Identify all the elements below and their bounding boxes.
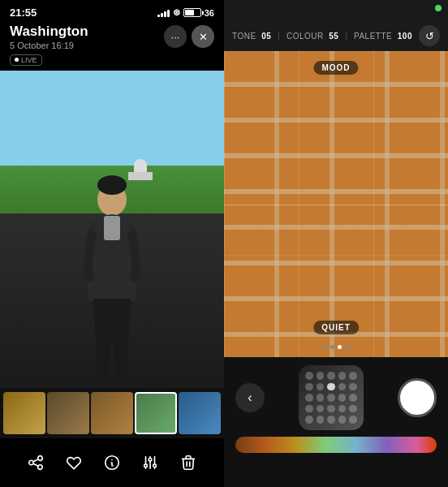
dot-12 (317, 394, 325, 402)
page-dot-3 (338, 345, 342, 349)
colour-tab[interactable]: COLOUR 55 (286, 32, 338, 41)
back-button[interactable]: ‹ (235, 383, 265, 412)
palette-value: 100 (398, 32, 412, 41)
dot-22 (317, 416, 325, 424)
svg-rect-1 (104, 216, 120, 240)
photo-date: 5 October 16:19 (10, 41, 88, 50)
shutter-button[interactable] (398, 378, 437, 417)
thumb-4[interactable] (135, 392, 177, 434)
status-icons: ⊛ 36 (157, 7, 214, 18)
trash-icon (179, 454, 197, 472)
live-dot (15, 58, 19, 62)
tone-value: 05 (261, 32, 271, 41)
bottom-main-row: ‹ (235, 365, 437, 430)
bottom-toolbar (0, 438, 224, 487)
info-icon (103, 454, 121, 472)
delete-button[interactable] (174, 448, 203, 477)
dot-4 (338, 372, 347, 380)
dot-21 (305, 416, 313, 424)
filter-tabs: TONE 05 | COLOUR 55 | PALETTE 100 (232, 32, 412, 41)
thumb-3[interactable] (91, 392, 133, 434)
palette-label: PALETTE (354, 32, 392, 41)
dot-8-bright (327, 383, 335, 391)
dot-9 (338, 383, 347, 391)
refresh-button[interactable]: ↺ (419, 25, 440, 46)
svg-point-2 (97, 175, 127, 195)
thumbnail-strip (0, 388, 224, 438)
tone-label: TONE (232, 32, 256, 41)
live-badge: LIVE (10, 54, 42, 66)
thumb-2[interactable] (47, 392, 89, 434)
favorite-button[interactable] (59, 448, 88, 477)
info-button[interactable] (97, 448, 127, 477)
left-panel: 21:55 ⊛ 36 Washington 5 October 16:19 LI… (0, 0, 224, 487)
dot-25 (349, 416, 357, 424)
person-figure (75, 169, 149, 388)
dot-palette[interactable] (299, 365, 364, 430)
wifi-icon: ⊛ (173, 7, 180, 18)
dot-10 (349, 383, 357, 391)
main-photo (0, 71, 224, 388)
thumb-5[interactable] (179, 392, 221, 434)
more-icon: ··· (171, 31, 180, 43)
colour-value: 55 (329, 32, 338, 41)
adjust-button[interactable] (136, 448, 165, 477)
heart-icon (65, 454, 83, 472)
color-strip[interactable] (235, 437, 437, 453)
page-dot-4 (345, 345, 349, 349)
right-status-bar: 21:55 (224, 0, 448, 22)
colour-label: COLOUR (286, 32, 324, 41)
dot-5 (349, 372, 357, 380)
signal-icon (157, 9, 170, 17)
back-icon: ‹ (248, 390, 252, 405)
brick-photo: MOOD QUIET (224, 51, 448, 357)
mood-label: MOOD (313, 61, 358, 75)
dot-15 (349, 394, 357, 402)
left-status-bar: 21:55 ⊛ 36 (0, 0, 224, 22)
dot-20 (349, 405, 357, 413)
close-button[interactable]: ✕ (192, 25, 214, 48)
dot-23 (327, 416, 335, 424)
more-button[interactable]: ··· (164, 25, 187, 48)
right-top-controls: TONE 05 | COLOUR 55 | PALETTE 100 ↺ (224, 22, 448, 51)
dot-19 (338, 405, 347, 413)
quiet-label: QUIET (313, 321, 359, 334)
share-icon (27, 454, 45, 472)
page-dot-1 (323, 345, 327, 349)
green-indicator (435, 5, 442, 11)
right-bottom: ‹ (224, 357, 448, 487)
dot-17 (317, 405, 325, 413)
center-line (224, 205, 448, 205)
dot-11 (305, 394, 313, 402)
share-button[interactable] (21, 448, 50, 477)
photo-title-section: Washington 5 October 16:19 LIVE (10, 24, 88, 66)
dot-13 (327, 394, 335, 402)
dot-7 (317, 383, 325, 391)
dot-24 (338, 416, 347, 424)
thumb-1[interactable] (3, 392, 45, 434)
battery-label: 36 (205, 8, 214, 18)
live-label: LIVE (21, 56, 37, 64)
dot-6 (305, 383, 313, 391)
dot-3 (327, 372, 335, 380)
palette-tab[interactable]: PALETTE 100 (354, 32, 412, 41)
dot-16 (305, 405, 313, 413)
photo-title: Washington (10, 24, 88, 40)
dot-1 (305, 372, 313, 380)
header-actions: ··· ✕ (164, 25, 214, 48)
page-dot-2 (330, 345, 334, 349)
right-panel: 21:55 TONE 05 | COLOUR 55 | PALETTE 100 … (224, 0, 448, 487)
photo-header: Washington 5 October 16:19 LIVE ··· ✕ (0, 22, 224, 71)
sliders-icon (141, 454, 159, 472)
dot-18 (327, 405, 335, 413)
close-icon: ✕ (199, 31, 208, 43)
refresh-icon: ↺ (425, 30, 434, 42)
tone-tab[interactable]: TONE 05 (232, 32, 271, 41)
time-display: 21:55 (10, 6, 37, 19)
dot-14 (338, 394, 347, 402)
page-dots (323, 345, 349, 349)
dot-2 (317, 372, 325, 380)
battery-icon (183, 8, 201, 17)
